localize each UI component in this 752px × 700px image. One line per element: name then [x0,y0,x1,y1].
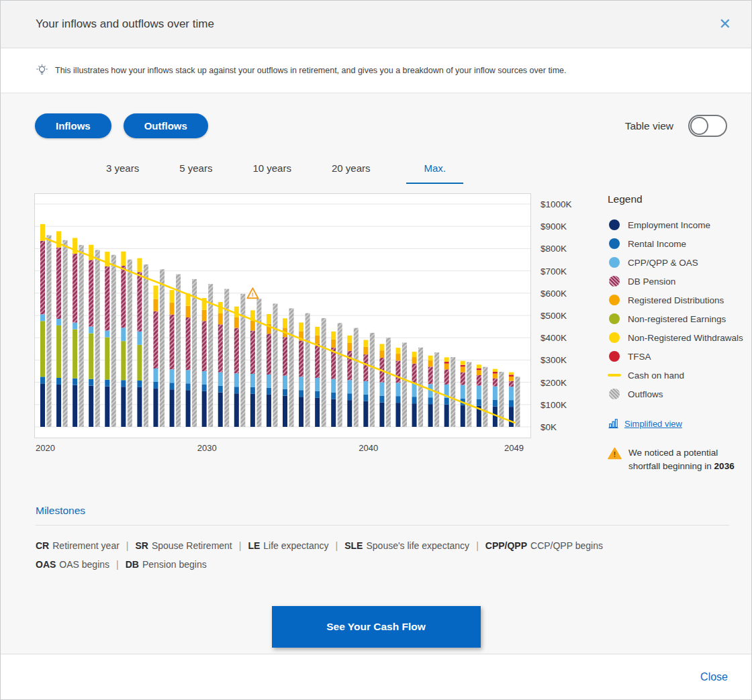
milestones-divider [36,525,729,526]
legend-item-db-pension: DB Pension [608,272,752,291]
inflows-button[interactable]: Inflows [35,113,111,138]
see-cash-flow-button[interactable]: See Your Cash Flow [272,606,481,648]
outflows-swatch [608,389,621,399]
legend-label: Outflows [628,389,663,399]
y-tick-label: $800K [540,244,567,254]
tab-max[interactable]: Max. [406,162,463,184]
x-tick-label: 2030 [197,443,217,453]
content: Inflows Outflows Table view 3 years5 yea… [1,93,751,654]
legend-label: TFSA [628,352,651,362]
legend: Legend Employment IncomeRental IncomeCPP… [608,193,752,474]
legend-title: Legend [608,193,752,205]
simplified-view-icon [608,418,619,429]
legend-item-cpp-qpp-oas: CPP/QPP & OAS [608,253,752,272]
y-axis-labels: $1000K$900K$800K$700K$600K$500K$400K$300… [539,193,585,438]
legend-item-non-registered-withdrawals: Non-Registered Withdrawals [608,328,752,347]
x-axis-labels: 2020203020402049 [34,438,531,456]
lightbulb-icon [36,64,48,77]
cpp-qpp-oas-swatch [608,257,621,268]
table-view-toggle[interactable] [688,115,727,137]
svg-text:!: ! [614,451,616,458]
modal-header: Your inflows and outflows over time ✕ [1,1,751,48]
time-range-tabs: 3 years5 years10 years20 yearsMax. [34,162,531,184]
inflows-outflows-modal: Your inflows and outflows over time ✕ Th… [0,0,752,700]
warning-icon: ! [608,447,622,460]
employment-income-swatch [608,219,621,230]
y-tick-label: $200K [540,377,567,387]
legend-list: Employment IncomeRental IncomeCPP/QPP & … [608,215,752,403]
tab-20-years[interactable]: 20 years [328,162,375,184]
milestone-row: CRRetirement year|SRSpouse Retirement|LE… [36,540,729,551]
y-tick-label: $300K [540,355,567,365]
info-text: This illustrates how your inflows stack … [55,66,566,75]
y-tick-label: $500K [540,311,567,321]
registered-distributions-swatch [608,295,621,305]
y-tick-label: $900K [540,221,567,232]
tab-3-years[interactable]: 3 years [102,162,143,184]
legend-label: Non-Registered Withdrawals [628,333,743,343]
legend-item-employment-income: Employment Income [608,215,752,234]
chart-plot[interactable]: ! [34,193,531,438]
y-tick-label: $400K [540,333,567,343]
legend-label: Non-registered Earnings [628,314,726,324]
shortfall-year: 2036 [714,461,735,471]
shortfall-text: We noticed a potential shortfall beginni… [628,446,741,474]
legend-item-non-registered-earnings: Non-registered Earnings [608,309,752,328]
outflows-button[interactable]: Outflows [124,113,208,138]
y-tick-label: $0K [540,422,557,432]
legend-item-rental-income: Rental Income [608,234,752,253]
legend-label: Rental Income [628,239,686,249]
milestones-title: Milestones [36,505,729,517]
legend-label: DB Pension [628,277,675,287]
legend-item-cash-on-hand: Cash on hand [608,366,752,385]
x-tick-label: 2040 [359,443,378,453]
tab-10-years[interactable]: 10 years [248,162,295,184]
milestone-row: OASOAS begins|DBPension begins [36,559,729,570]
footer-close-link[interactable]: Close [700,671,728,683]
legend-label: Cash on hand [628,370,684,381]
inflows-outflows-chart[interactable]: ! [35,194,530,438]
legend-item-registered-distributions: Registered Distributions [608,291,752,309]
legend-label: Employment Income [628,220,710,230]
cash-on-hand-swatch [608,374,621,377]
y-tick-label: $100K [540,399,567,409]
modal-title: Your inflows and outflows over time [36,17,214,31]
info-strip: This illustrates how your inflows stack … [1,48,751,93]
tfsa-swatch [608,351,621,362]
legend-label: CPP/QPP & OAS [628,258,698,268]
x-tick-label: 2020 [36,443,55,453]
modal-footer: Close [1,654,751,699]
toggle-knob [690,117,708,135]
y-tick-label: $600K [540,288,567,298]
y-tick-label: $1000K [540,199,572,209]
non-registered-earnings-swatch [608,313,621,324]
milestones-section: Milestones CRRetirement year|SRSpouse Re… [36,505,729,570]
rental-income-swatch [608,238,621,249]
legend-item-tfsa: TFSA [608,347,752,366]
milestone-rows: CRRetirement year|SRSpouse Retirement|LE… [36,540,729,570]
tab-5-years[interactable]: 5 years [175,162,216,184]
non-registered-withdrawals-swatch [608,332,621,343]
y-tick-label: $700K [540,266,567,276]
db-pension-swatch [608,276,621,287]
close-icon[interactable]: ✕ [719,17,731,32]
controls-row: Inflows Outflows Table view [35,113,727,138]
table-view-label: Table view [625,120,673,132]
shortfall-prefix: We noticed a potential shortfall beginni… [628,448,718,471]
simplified-view-link[interactable]: Simplified view [624,419,682,429]
x-tick-label: 2049 [504,443,524,453]
chart-section: ! 2020203020402049 $1000K$900K$800K$700K… [34,193,751,474]
legend-item-outflows: Outflows [608,385,752,403]
shortfall-note: ! We noticed a potential shortfall begin… [608,446,752,474]
svg-text:!: ! [252,291,254,298]
legend-label: Registered Distributions [628,295,724,305]
